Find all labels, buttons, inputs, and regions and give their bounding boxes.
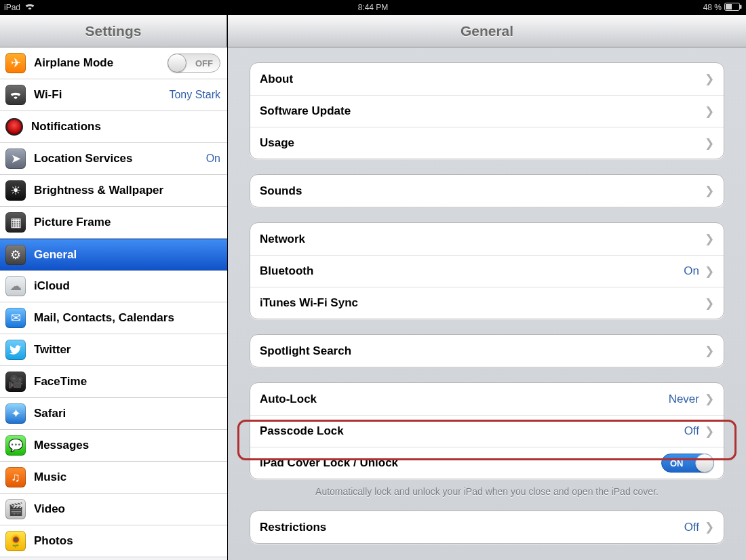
ipad-cover-note: Automatically lock and unlock your iPad … bbox=[250, 486, 724, 497]
gear-icon: ⚙ bbox=[5, 245, 26, 265]
cell-bluetooth[interactable]: Bluetooth On ❯ bbox=[250, 255, 724, 287]
sidebar-item-mail-contacts-calendars[interactable]: ✉ Mail, Contacts, Calendars bbox=[0, 302, 227, 334]
clock: 8:44 PM bbox=[0, 3, 746, 12]
sidebar-item-notifications[interactable]: Notifications bbox=[0, 111, 227, 143]
sidebar-item-label: Twitter bbox=[34, 343, 71, 357]
chevron-right-icon: ❯ bbox=[705, 296, 714, 311]
sidebar-item-label: Notifications bbox=[31, 120, 101, 134]
cell-usage[interactable]: Usage ❯ bbox=[250, 127, 724, 159]
sidebar-item-label: Mail, Contacts, Calendars bbox=[34, 311, 174, 325]
notifications-icon bbox=[5, 118, 23, 136]
sidebar-item-label: Brightness & Wallpaper bbox=[34, 184, 163, 197]
cell-auto-lock[interactable]: Auto-Lock Never ❯ bbox=[250, 383, 724, 415]
sidebar-item-airplane-mode[interactable]: ✈ Airplane Mode OFF bbox=[0, 47, 227, 79]
sidebar-item-music[interactable]: ♫ Music bbox=[0, 462, 227, 494]
location-icon: ➤ bbox=[5, 148, 26, 169]
icloud-icon: ☁ bbox=[5, 276, 26, 296]
cell-label: Restrictions bbox=[260, 521, 326, 534]
cell-value: On bbox=[684, 264, 699, 278]
cell-restrictions[interactable]: Restrictions Off ❯ bbox=[250, 511, 724, 543]
safari-icon: ✦ bbox=[5, 403, 26, 424]
messages-icon: 💬 bbox=[5, 435, 26, 456]
picture-frame-icon: ▦ bbox=[5, 212, 26, 233]
sidebar-item-safari[interactable]: ✦ Safari bbox=[0, 398, 227, 430]
chevron-right-icon: ❯ bbox=[705, 392, 714, 406]
toggle-on-text: ON bbox=[670, 458, 684, 468]
sidebar-item-picture-frame[interactable]: ▦ Picture Frame bbox=[0, 207, 227, 239]
cell-label: Usage bbox=[260, 136, 294, 150]
sidebar-item-label: General bbox=[34, 248, 77, 262]
status-bar: iPad 8:44 PM 48 % bbox=[0, 0, 746, 15]
airplane-icon: ✈ bbox=[5, 53, 26, 73]
sidebar-item-label: Messages bbox=[34, 439, 89, 452]
sidebar-item-label: Picture Frame bbox=[34, 216, 111, 229]
cell-label: Auto-Lock bbox=[260, 393, 317, 406]
group-lock: Auto-Lock Never ❯ Passcode Lock Off ❯ iP… bbox=[250, 382, 724, 479]
cell-spotlight-search[interactable]: Spotlight Search ❯ bbox=[250, 335, 724, 367]
cell-label: About bbox=[260, 73, 293, 86]
sidebar-item-video[interactable]: 🎬 Video bbox=[0, 494, 227, 525]
cell-label: Passcode Lock bbox=[260, 424, 344, 438]
cell-label: Sounds bbox=[260, 184, 302, 198]
cell-label: Software Update bbox=[260, 104, 351, 118]
cell-passcode-lock[interactable]: Passcode Lock Off ❯ bbox=[250, 415, 724, 447]
sidebar-item-wifi[interactable]: Wi-Fi Tony Stark bbox=[0, 79, 227, 111]
sidebar-item-location-services[interactable]: ➤ Location Services On bbox=[0, 143, 227, 175]
sidebar-item-label: Wi-Fi bbox=[34, 88, 62, 102]
settings-sidebar: Settings ✈ Airplane Mode OFF Wi-Fi Tony … bbox=[0, 15, 228, 560]
cell-sounds[interactable]: Sounds ❯ bbox=[250, 175, 724, 207]
detail-pane: General About ❯ Software Update ❯ Usage … bbox=[228, 15, 746, 560]
airplane-mode-toggle[interactable]: OFF bbox=[168, 54, 220, 73]
cell-ipad-cover-lock[interactable]: iPad Cover Lock / Unlock ON bbox=[250, 447, 724, 479]
sidebar-item-value: Tony Stark bbox=[169, 89, 220, 101]
detail-title: General bbox=[228, 15, 746, 47]
cell-value: Off bbox=[684, 521, 699, 534]
chevron-right-icon: ❯ bbox=[705, 232, 714, 246]
group-spotlight: Spotlight Search ❯ bbox=[250, 334, 724, 367]
group-sounds: Sounds ❯ bbox=[250, 174, 724, 207]
sidebar-item-brightness-wallpaper[interactable]: ☀ Brightness & Wallpaper bbox=[0, 175, 227, 207]
sidebar-item-label: Photos bbox=[34, 534, 73, 548]
cell-value: Off bbox=[684, 424, 699, 438]
cell-network[interactable]: Network ❯ bbox=[250, 223, 724, 255]
sidebar-item-label: Music bbox=[34, 471, 66, 484]
toggle-knob bbox=[695, 454, 714, 473]
twitter-icon bbox=[5, 340, 26, 360]
ipad-cover-lock-toggle[interactable]: ON bbox=[661, 454, 714, 473]
toggle-off-text: OFF bbox=[195, 58, 213, 68]
cell-label: Network bbox=[260, 233, 305, 246]
sidebar-item-icloud[interactable]: ☁ iCloud bbox=[0, 271, 227, 302]
chevron-right-icon: ❯ bbox=[705, 104, 714, 119]
group-about: About ❯ Software Update ❯ Usage ❯ bbox=[250, 62, 724, 159]
sidebar-item-twitter[interactable]: Twitter bbox=[0, 334, 227, 366]
cell-label: iPad Cover Lock / Unlock bbox=[260, 456, 398, 470]
chevron-right-icon: ❯ bbox=[705, 264, 714, 279]
music-icon: ♫ bbox=[5, 467, 26, 487]
cell-value: Never bbox=[669, 393, 699, 406]
photos-icon: 🌻 bbox=[5, 531, 26, 551]
sidebar-item-general[interactable]: ⚙ General bbox=[0, 239, 227, 271]
cell-about[interactable]: About ❯ bbox=[250, 63, 724, 95]
sidebar-item-label: iCloud bbox=[34, 279, 70, 293]
chevron-right-icon: ❯ bbox=[705, 136, 714, 151]
sidebar-title: Settings bbox=[0, 15, 227, 47]
cell-label: Spotlight Search bbox=[260, 344, 351, 358]
cell-software-update[interactable]: Software Update ❯ bbox=[250, 95, 724, 127]
chevron-right-icon: ❯ bbox=[705, 72, 714, 86]
sidebar-item-facetime[interactable]: 🎥 FaceTime bbox=[0, 366, 227, 398]
chevron-right-icon: ❯ bbox=[705, 424, 714, 439]
wifi-settings-icon bbox=[5, 85, 26, 105]
sidebar-item-label: Location Services bbox=[34, 152, 133, 165]
cell-itunes-wifi-sync[interactable]: iTunes Wi-Fi Sync ❯ bbox=[250, 287, 724, 319]
sidebar-item-value: On bbox=[206, 153, 220, 165]
mail-icon: ✉ bbox=[5, 308, 26, 328]
chevron-right-icon: ❯ bbox=[705, 344, 714, 358]
sidebar-item-photos[interactable]: 🌻 Photos bbox=[0, 525, 227, 557]
cell-label: iTunes Wi-Fi Sync bbox=[260, 296, 358, 310]
facetime-icon: 🎥 bbox=[5, 372, 26, 392]
video-icon: 🎬 bbox=[5, 499, 26, 519]
sidebar-item-label: FaceTime bbox=[34, 375, 87, 388]
brightness-icon: ☀ bbox=[5, 180, 26, 201]
sidebar-item-messages[interactable]: 💬 Messages bbox=[0, 430, 227, 462]
chevron-right-icon: ❯ bbox=[705, 520, 714, 534]
